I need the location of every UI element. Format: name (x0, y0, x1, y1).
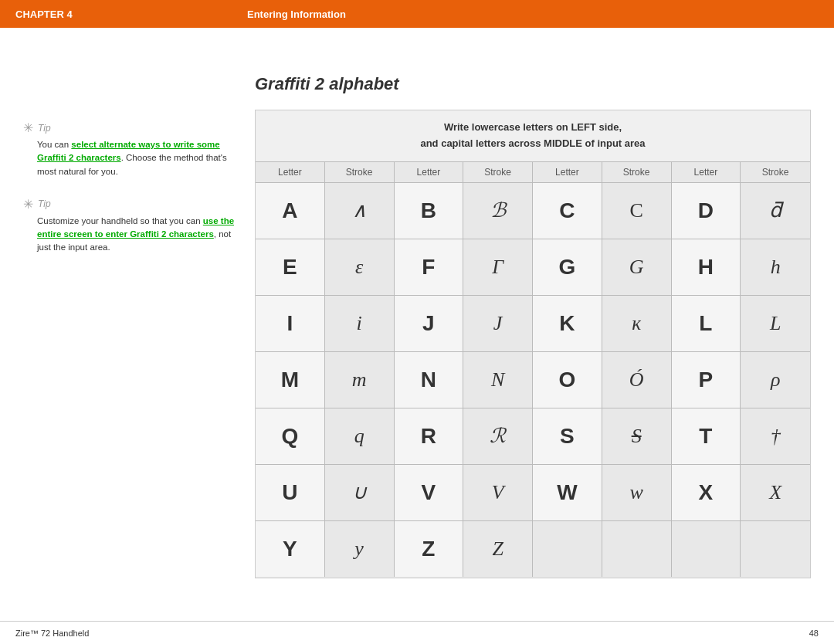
tip-block-2: ✳ Tip Customize your handheld so that yo… (23, 197, 239, 255)
footer-bar: Zire™ 72 Handheld 48 (0, 621, 834, 644)
tip-label-1: Tip (38, 123, 51, 134)
letter-M: M (256, 352, 325, 408)
letter-R: R (395, 408, 464, 464)
letter-J: J (395, 296, 464, 351)
tip-asterisk-1: ✳ (23, 120, 33, 135)
stroke-A: ∧ (325, 183, 395, 239)
stroke-N: N (463, 352, 533, 408)
col-header-7: Stroke (741, 162, 810, 182)
col-header-5: Stroke (602, 162, 672, 182)
tip-block-1: ✳ Tip You can select alternate ways to w… (23, 120, 239, 178)
letter-H: H (672, 239, 741, 295)
tip-text-2: Customize your handheld so that you can … (23, 215, 239, 255)
section-title: Graffiti 2 alphabet (255, 74, 811, 94)
tip1-text-before: You can (37, 140, 71, 149)
tip2-text-before: Customize your handheld so that you can (37, 216, 203, 225)
cell-empty-2 (602, 521, 672, 577)
letter-W: W (533, 465, 602, 520)
stroke-D: ƌ (741, 183, 810, 239)
header-bar: CHAPTER 4 Entering Information (0, 0, 834, 28)
letter-Z: Z (395, 521, 464, 577)
sidebar: ✳ Tip You can select alternate ways to w… (23, 43, 255, 605)
cell-empty-4 (741, 521, 810, 577)
stroke-P: ρ (741, 352, 810, 408)
col-header-2: Letter (395, 162, 464, 182)
tip-label-2: Tip (38, 198, 51, 209)
table-row: A ∧ B ℬ C C D ƌ (256, 183, 810, 239)
stroke-S: S (602, 408, 672, 464)
letter-V: V (395, 465, 464, 520)
cell-empty-3 (672, 521, 741, 577)
table-row: M m N N O Ó P ρ (256, 352, 810, 408)
letter-A: A (256, 183, 325, 239)
table-row: I i J J K ĸ L L (256, 296, 810, 352)
letter-O: O (533, 352, 602, 408)
stroke-L: L (741, 296, 810, 351)
table-row: Q q R ℛ S S T † (256, 408, 810, 465)
tip-asterisk-2: ✳ (23, 197, 33, 212)
graffiti-table: Write lowercase letters on LEFT side, an… (255, 110, 811, 578)
table-header-line1: Write lowercase letters on LEFT side, (444, 121, 622, 133)
stroke-V: V (463, 465, 533, 520)
letter-K: K (533, 296, 602, 351)
table-header: Write lowercase letters on LEFT side, an… (256, 110, 810, 162)
stroke-X: X (741, 465, 810, 520)
letter-C: C (533, 183, 602, 239)
col-header-1: Stroke (325, 162, 395, 182)
stroke-G: G (602, 239, 672, 295)
stroke-T: † (741, 408, 810, 464)
stroke-K: ĸ (602, 296, 672, 351)
letter-I: I (256, 296, 325, 351)
col-headers: Letter Stroke Letter Stroke Letter Strok… (256, 162, 810, 183)
stroke-H: h (741, 239, 810, 295)
stroke-Y: y (325, 521, 395, 577)
tip-header-1: ✳ Tip (23, 120, 239, 135)
letter-U: U (256, 465, 325, 520)
letter-Y: Y (256, 521, 325, 577)
letter-B: B (395, 183, 464, 239)
chapter-label: CHAPTER 4 (15, 8, 247, 20)
stroke-U: ∪ (325, 465, 395, 520)
letter-L: L (672, 296, 741, 351)
col-header-3: Stroke (463, 162, 533, 182)
footer-page: 48 (809, 629, 819, 638)
letter-E: E (256, 239, 325, 295)
letter-P: P (672, 352, 741, 408)
stroke-W: w (602, 465, 672, 520)
stroke-B: ℬ (463, 183, 533, 239)
letter-S: S (533, 408, 602, 464)
stroke-J: J (463, 296, 533, 351)
chapter-title: Entering Information (247, 8, 346, 20)
letter-D: D (672, 183, 741, 239)
col-header-4: Letter (533, 162, 602, 182)
table-row: E ε F Γ G G H h (256, 239, 810, 296)
letter-N: N (395, 352, 464, 408)
col-header-6: Letter (672, 162, 741, 182)
stroke-O: Ó (602, 352, 672, 408)
stroke-M: m (325, 352, 395, 408)
stroke-F: Γ (463, 239, 533, 295)
stroke-Z: Ζ (463, 521, 533, 577)
tip-text-1: You can select alternate ways to write s… (23, 138, 239, 178)
tip-header-2: ✳ Tip (23, 197, 239, 212)
footer-product: Zire™ 72 Handheld (15, 629, 89, 638)
letter-T: T (672, 408, 741, 464)
stroke-Q: q (325, 408, 395, 464)
letter-X: X (672, 465, 741, 520)
stroke-C: C (602, 183, 672, 239)
letter-F: F (395, 239, 464, 295)
alphabet-grid: A ∧ B ℬ C C D ƌ E ε F Γ G G H (256, 183, 810, 578)
stroke-I: i (325, 296, 395, 351)
table-row: Y y Z Ζ (256, 521, 810, 578)
col-header-0: Letter (256, 162, 325, 182)
cell-empty-1 (533, 521, 602, 577)
stroke-E: ε (325, 239, 395, 295)
content-area: ✳ Tip You can select alternate ways to w… (0, 28, 834, 621)
main-content: Graffiti 2 alphabet Write lowercase lett… (255, 43, 811, 605)
table-header-line2: and capital letters across MIDDLE of inp… (420, 137, 645, 149)
letter-Q: Q (256, 408, 325, 464)
stroke-R: ℛ (463, 408, 533, 464)
table-row: U ∪ V V W w X X (256, 465, 810, 521)
letter-G: G (533, 239, 602, 295)
